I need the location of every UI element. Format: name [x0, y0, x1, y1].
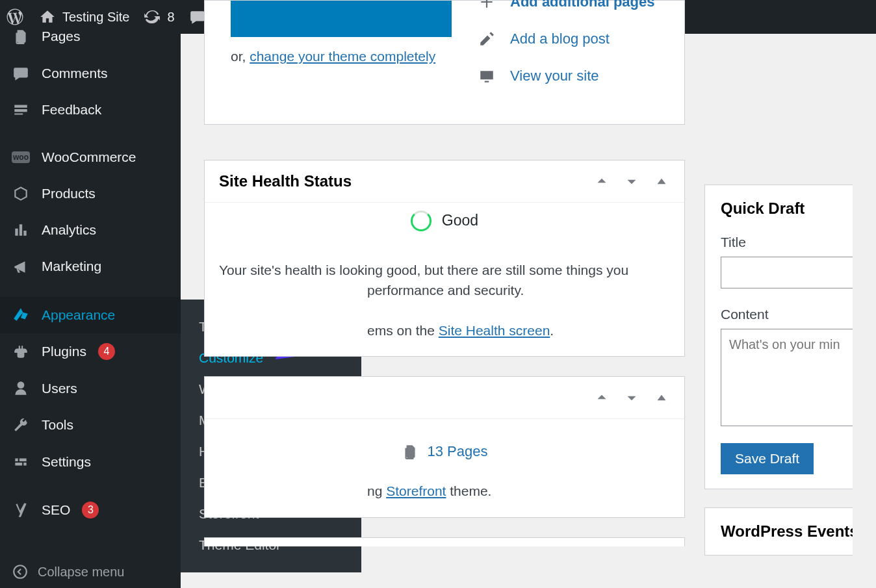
sidebar-label: Plugins — [42, 344, 86, 359]
edit-icon — [478, 30, 496, 47]
sidebar-label: Tools — [42, 417, 73, 433]
sidebar-item-plugins[interactable]: Plugins 4 — [0, 333, 181, 370]
sidebar-label: Comments — [42, 66, 108, 81]
customize-site-button[interactable] — [231, 1, 452, 37]
panel-title: WordPress Events ar — [721, 522, 853, 541]
pages-icon — [12, 28, 30, 45]
add-post-link[interactable]: Add a blog post — [510, 31, 610, 47]
sidebar-item-feedback[interactable]: Feedback — [0, 92, 181, 128]
sidebar-item-settings[interactable]: Settings — [0, 444, 181, 480]
sidebar-item-products[interactable]: Products — [0, 175, 181, 211]
running-suffix: theme. — [446, 483, 491, 498]
toggle-icon[interactable] — [653, 173, 670, 190]
health-ring-icon — [411, 211, 432, 231]
sidebar-label: SEO — [42, 502, 70, 518]
dashboard-main: or, change your theme completely Add add… — [181, 34, 876, 588]
collapse-menu[interactable]: Collapse menu — [0, 556, 181, 588]
collapse-icon — [12, 563, 29, 580]
site-health-link[interactable]: Site Health screen — [439, 323, 550, 338]
pages-icon — [402, 442, 419, 460]
sidebar-label: WooCommerce — [42, 149, 136, 165]
seo-badge: 3 — [82, 502, 99, 518]
sidebar-item-appearance[interactable]: Appearance — [0, 297, 181, 333]
plus-icon — [478, 0, 496, 10]
analytics-icon — [12, 222, 30, 238]
add-pages-row[interactable]: Add additional pages — [478, 0, 701, 10]
quick-draft-panel: Quick Draft Title Content Save Draft — [704, 185, 853, 489]
sidebar-label: Products — [42, 186, 96, 201]
sidebar-label: Settings — [42, 454, 91, 470]
appearance-icon — [12, 307, 30, 324]
add-pages-link[interactable]: Add additional pages — [510, 0, 654, 10]
plugins-badge: 4 — [98, 343, 115, 360]
or-text: or, — [231, 49, 250, 64]
monitor-icon — [478, 67, 496, 84]
collapse-label: Collapse menu — [38, 565, 124, 580]
draft-title-input[interactable] — [721, 257, 853, 288]
next-panel — [204, 537, 685, 546]
move-up-icon[interactable] — [593, 389, 610, 406]
panel-controls — [593, 173, 670, 190]
at-a-glance-panel: 13 Pages ng Storefront theme. — [204, 376, 685, 518]
health-text: ems on the — [367, 323, 439, 338]
pages-count-link[interactable]: 13 Pages — [428, 443, 488, 460]
toggle-icon[interactable] — [653, 389, 670, 406]
sidebar-item-marketing[interactable]: Marketing — [0, 248, 181, 285]
add-post-row[interactable]: Add a blog post — [478, 30, 701, 47]
feedback-icon — [12, 101, 30, 118]
draft-content-input[interactable] — [721, 329, 853, 426]
events-panel: WordPress Events ar — [704, 507, 853, 556]
sidebar-item-tools[interactable]: Tools — [0, 407, 181, 443]
yoast-icon — [12, 502, 30, 518]
health-good-label: Good — [442, 212, 478, 229]
comment-icon — [189, 8, 206, 25]
content-label: Content — [721, 307, 853, 322]
health-para1: Your site's health is looking good, but … — [219, 260, 670, 281]
theme-link[interactable]: Storefront — [386, 483, 446, 498]
sidebar-label: Pages — [42, 29, 81, 44]
sidebar-item-pages[interactable]: Pages — [0, 18, 181, 55]
health-para1b: performance and security. — [219, 280, 670, 301]
move-down-icon[interactable] — [623, 389, 640, 406]
sidebar-label: Users — [42, 381, 77, 396]
comment-icon — [12, 64, 30, 81]
settings-icon — [12, 454, 30, 470]
panel-title: Quick Draft — [721, 199, 853, 218]
move-up-icon[interactable] — [593, 173, 610, 190]
right-column: Quick Draft Title Content Save Draft Wor… — [704, 185, 853, 566]
move-down-icon[interactable] — [623, 173, 640, 190]
sidebar-item-woocommerce[interactable]: woo WooCommerce — [0, 140, 181, 175]
panel-controls — [593, 389, 670, 406]
welcome-panel: or, change your theme completely Add add… — [204, 0, 685, 125]
tools-icon — [12, 416, 30, 433]
sidebar-label: Marketing — [42, 259, 101, 274]
marketing-icon — [12, 258, 30, 275]
change-theme-link[interactable]: change your theme completely — [250, 49, 435, 64]
sidebar-item-analytics[interactable]: Analytics — [0, 212, 181, 248]
products-icon — [12, 185, 30, 201]
view-site-row[interactable]: View your site — [478, 67, 701, 84]
title-label: Title — [721, 235, 853, 250]
woo-icon: woo — [12, 151, 30, 163]
save-draft-button[interactable]: Save Draft — [721, 443, 814, 474]
svg-point-0 — [14, 565, 27, 578]
sidebar-label: Appearance — [42, 307, 115, 323]
view-site-link[interactable]: View your site — [510, 68, 599, 84]
plugins-icon — [12, 343, 30, 360]
site-health-panel: Site Health Status Good Your site's heal… — [204, 160, 685, 357]
users-icon — [12, 380, 30, 397]
sidebar-label: Analytics — [42, 222, 96, 238]
panel-title: Site Health Status — [219, 172, 352, 190]
health-suffix: . — [550, 323, 554, 338]
admin-sidebar: Pages Comments Feedback woo WooCommerce … — [0, 34, 181, 588]
running-text: ng — [367, 483, 386, 498]
sidebar-item-comments[interactable]: Comments — [0, 55, 181, 91]
sidebar-item-users[interactable]: Users — [0, 370, 181, 407]
panel-title — [219, 389, 224, 407]
sidebar-label: Feedback — [42, 102, 101, 118]
sidebar-item-seo[interactable]: SEO 3 — [0, 492, 181, 528]
